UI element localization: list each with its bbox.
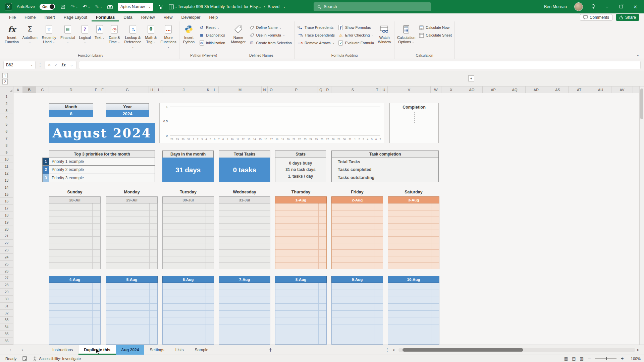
row-header-33[interactable]: 33	[0, 317, 13, 324]
calendar-date-header[interactable]: 2-Aug	[331, 196, 383, 203]
row-header-36[interactable]: 36	[0, 338, 13, 345]
row-header-26[interactable]: 26	[0, 268, 13, 275]
sheet-tab-settings[interactable]: Settings	[144, 345, 170, 355]
close-button[interactable]: ×	[632, 4, 639, 9]
column-header-D[interactable]: D	[49, 86, 93, 93]
search-bar[interactable]: Search	[314, 2, 431, 11]
row-header-7[interactable]: 7	[0, 135, 13, 142]
row-header-14[interactable]: 14	[0, 184, 13, 191]
column-header-AS[interactable]: AS	[547, 86, 569, 93]
sheet-grid[interactable]: 1234567891011121314151617181920212223242…	[0, 93, 639, 345]
menu-tab-file[interactable]: File	[5, 13, 20, 21]
ribbon-button-text[interactable]: AText ⌄	[93, 22, 106, 52]
column-header-Q[interactable]: Q	[318, 86, 324, 93]
row-header-1[interactable]: 1	[0, 93, 13, 100]
ribbon-button-reset[interactable]: ↺Reset⌄	[199, 24, 225, 31]
formula-input[interactable]	[79, 61, 641, 69]
row-header-3[interactable]: 3	[0, 107, 13, 114]
restore-button[interactable]	[618, 4, 625, 9]
row-header-32[interactable]: 32	[0, 310, 13, 317]
column-header-N[interactable]: N	[262, 86, 268, 93]
column-header-L[interactable]: L	[211, 86, 219, 93]
calendar-date-header[interactable]: 30-Jul	[162, 196, 214, 203]
ribbon-button-more-functions[interactable]: …MoreFunctions ⌄	[159, 22, 178, 52]
calendar-task-area[interactable]	[331, 203, 383, 269]
column-header-AR[interactable]: AR	[526, 86, 547, 93]
zoom-slider-knob[interactable]	[606, 357, 607, 360]
row-header-30[interactable]: 30	[0, 296, 13, 303]
row-header-10[interactable]: 10	[0, 156, 13, 163]
column-header-P[interactable]: P	[275, 86, 318, 93]
column-header-E[interactable]: E	[93, 86, 99, 93]
zoom-level[interactable]: 100%	[628, 357, 641, 361]
font-name-box[interactable]: Aptos Narrow⌄	[118, 3, 153, 11]
row-header-11[interactable]: 11	[0, 163, 13, 170]
column-header-X[interactable]: X	[441, 86, 461, 93]
scroll-right-icon[interactable]: ▸	[637, 345, 639, 355]
row-header-15[interactable]: 15	[0, 191, 13, 198]
calendar-task-area[interactable]	[388, 203, 439, 269]
cancel-icon[interactable]: ✕	[48, 63, 51, 67]
ribbon-button-calculate-now[interactable]: Calculate Now	[419, 24, 452, 31]
menu-tab-page-layout[interactable]: Page Layout	[59, 13, 92, 21]
column-header-J[interactable]: J	[162, 86, 205, 93]
save-icon[interactable]	[60, 3, 66, 10]
row-header-6[interactable]: 6	[0, 128, 13, 135]
column-header-F[interactable]: F	[99, 86, 106, 93]
ribbon-button-diagnostics[interactable]: ▦Diagnostics	[199, 32, 225, 39]
menu-tab-data[interactable]: Data	[119, 13, 137, 21]
zoom-in-button[interactable]: +	[621, 356, 624, 361]
ribbon-button-initialization[interactable]: ⚙Initialization	[199, 40, 225, 46]
column-header-K[interactable]: K	[205, 86, 211, 93]
priority-text-cell[interactable]: Priority 2 example	[49, 166, 155, 174]
priority-text-cell[interactable]: Priority 3 example	[49, 174, 155, 182]
ribbon-button-date-time[interactable]: ◷Date &Time ⌄	[106, 22, 122, 52]
scroll-left-icon[interactable]: ◂	[392, 345, 394, 355]
ribbon-button-calculate-sheet[interactable]: Calculate Sheet	[419, 32, 452, 39]
ribbon-button-recently-used[interactable]: ☆RecentlyUsed ⌄	[39, 22, 59, 52]
sheet-tab-sample[interactable]: Sample	[189, 345, 214, 355]
menu-tab-formulas[interactable]: Formulas	[92, 13, 119, 21]
insert-function-fx-icon[interactable]: fx	[61, 62, 65, 67]
ribbon-button-error-checking[interactable]: ⚠Error Checking⌄	[338, 32, 374, 39]
sheet-tab-aug-2024[interactable]: Aug 2024	[116, 345, 144, 355]
year-value[interactable]: 2024	[106, 110, 149, 117]
row-header-18[interactable]: 18	[0, 212, 13, 219]
calendar-date-header[interactable]: 10-Aug	[388, 276, 439, 283]
select-all-corner[interactable]	[0, 86, 13, 93]
row-header-13[interactable]: 13	[0, 177, 13, 184]
minimize-button[interactable]: –	[604, 4, 610, 9]
menu-tab-insert[interactable]: Insert	[40, 13, 59, 21]
calendar-date-header[interactable]: 9-Aug	[331, 276, 383, 283]
column-header-M[interactable]: M	[219, 86, 262, 93]
calendar-date-header[interactable]: 3-Aug	[388, 196, 439, 203]
vertical-scrollbar-thumb[interactable]	[640, 88, 643, 119]
calendar-date-header[interactable]: 4-Aug	[49, 276, 101, 283]
ribbon-button-trace-dependents[interactable]: Trace Dependents	[298, 32, 335, 39]
row-header-21[interactable]: 21	[0, 233, 13, 240]
collapse-ribbon-icon[interactable]: ⌄	[637, 53, 639, 57]
camera-icon[interactable]	[107, 3, 113, 10]
zoom-slider[interactable]	[595, 358, 616, 359]
ribbon-button-logical[interactable]: ?Logical ⌄	[77, 22, 93, 52]
calendar-date-header[interactable]: 28-Jul	[49, 196, 101, 203]
enter-icon[interactable]: ✓	[54, 63, 58, 67]
sheet-options-icon[interactable]: ⋮	[385, 345, 389, 355]
ribbon-button-insert-python[interactable]: InsertPython	[180, 22, 197, 52]
calendar-task-area[interactable]	[106, 283, 158, 345]
row-header-5[interactable]: 5	[0, 121, 13, 128]
column-header-B[interactable]: B	[23, 86, 36, 93]
new-sheet-button[interactable]: +	[268, 345, 273, 355]
comments-button[interactable]: Comments	[580, 14, 612, 21]
row-header-34[interactable]: 34	[0, 323, 13, 330]
horizontal-scrollbar[interactable]	[398, 348, 635, 352]
column-header-V[interactable]: V	[388, 86, 431, 93]
ribbon-button-remove-arrows[interactable]: Remove Arrows⌄	[298, 40, 335, 46]
column-header-H[interactable]: H	[149, 86, 155, 93]
column-header-W[interactable]: W	[431, 86, 441, 93]
ribbon-button-financial[interactable]: ▤Financial ⌄	[59, 22, 77, 52]
column-header-I[interactable]: I	[155, 86, 162, 93]
column-header-AU[interactable]: AU	[590, 86, 611, 93]
page-break-view-icon[interactable]: ▥	[580, 356, 584, 361]
outline-expand-button[interactable]: +	[468, 75, 474, 81]
